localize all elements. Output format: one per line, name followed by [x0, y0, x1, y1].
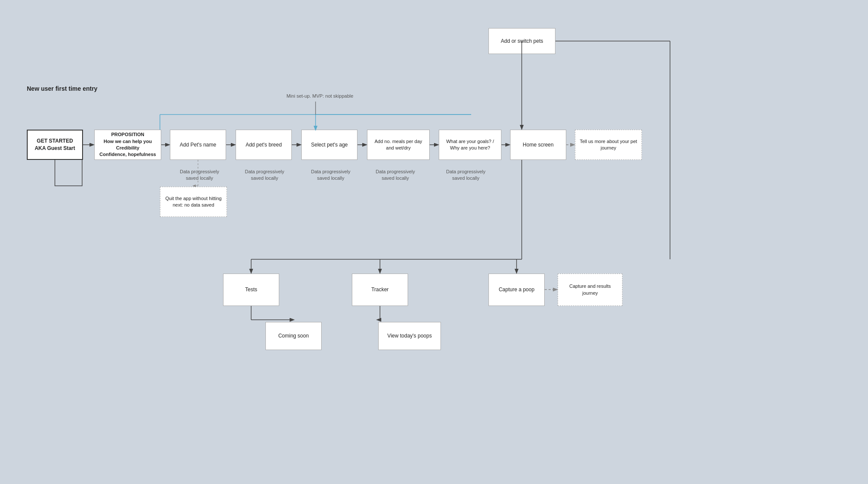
data-saved-note-2: Data progressively saved locally [241, 169, 288, 182]
diagram-container: New user first time entry Mini set-up. M… [0, 0, 868, 484]
proposition-box: PROPOSITION How we can help you Credibil… [94, 130, 161, 160]
mini-setup-note: Mini set-up. MVP: not skippable [277, 93, 363, 99]
add-pet-breed-box: Add pet's breed [236, 130, 292, 160]
add-pet-name-box: Add Pet's name [170, 130, 226, 160]
capture-poop-box: Capture a poop [488, 274, 545, 306]
add-meals-box: Add no. meals per day and wet/dry [367, 130, 430, 160]
home-screen-box: Home screen [510, 130, 566, 160]
tracker-box: Tracker [352, 274, 408, 306]
goals-box: What are your goals? / Why are you here? [439, 130, 501, 160]
quit-app-box: Quit the app without hitting next: no da… [160, 187, 227, 217]
view-todays-poops-box: View today's poops [378, 322, 441, 350]
tell-us-box: Tell us more about your pet journey [575, 130, 642, 160]
coming-soon-box: Coming soon [265, 322, 322, 350]
data-saved-note-3: Data progressively saved locally [307, 169, 354, 182]
flow-arrows [0, 0, 868, 484]
get-started-box: GET STARTED AKA Guest Start [27, 130, 83, 160]
data-saved-note-5: Data progressively saved locally [441, 169, 491, 182]
tests-box: Tests [223, 274, 279, 306]
section-label: New user first time entry [27, 85, 97, 92]
add-switch-pets-box: Add or switch pets [488, 28, 555, 54]
data-saved-note-1: Data progressively saved locally [175, 169, 224, 182]
select-pet-age-box: Select pet's age [301, 130, 357, 160]
capture-results-box: Capture and results journey [558, 274, 622, 306]
data-saved-note-4: Data progressively saved locally [370, 169, 420, 182]
